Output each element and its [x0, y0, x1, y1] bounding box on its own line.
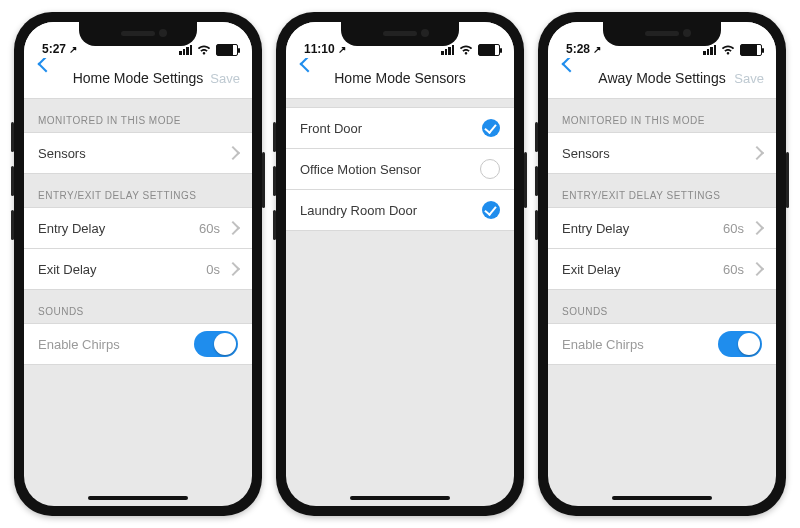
wifi-icon — [197, 45, 211, 55]
chevron-right-icon — [226, 146, 240, 160]
sensor-row-office-motion[interactable]: Office Motion Sensor — [286, 148, 514, 189]
unchecked-icon — [480, 159, 500, 179]
phone-away-mode-settings: 5:28 ↗ Away Mode Settings Save MONITORED… — [538, 12, 786, 516]
screen: 5:27 ↗ Home Mode Settings Save MONITORED… — [24, 22, 252, 506]
nav-title: Home Mode Settings — [73, 70, 204, 86]
wifi-icon — [459, 45, 473, 55]
chevron-right-icon — [750, 262, 764, 276]
chevron-right-icon — [750, 221, 764, 235]
exit-delay-value: 0s — [206, 262, 220, 277]
save-button[interactable]: Save — [734, 58, 764, 98]
section-monitored-label: MONITORED IN THIS MODE — [24, 99, 252, 132]
wifi-icon — [721, 45, 735, 55]
entry-delay-value: 60s — [723, 221, 744, 236]
status-time: 5:28 — [566, 42, 590, 56]
sensor-label: Laundry Room Door — [300, 203, 417, 218]
exit-delay-row[interactable]: Exit Delay 60s — [548, 248, 776, 289]
notch — [341, 22, 459, 46]
chevron-left-icon — [300, 56, 317, 73]
battery-icon — [740, 44, 762, 56]
checkmark-icon — [482, 119, 500, 137]
exit-delay-label: Exit Delay — [38, 262, 97, 277]
chevron-left-icon — [38, 56, 55, 73]
sensors-label: Sensors — [562, 146, 610, 161]
home-indicator[interactable] — [612, 496, 712, 500]
location-icon: ↗ — [593, 44, 601, 55]
exit-delay-row[interactable]: Exit Delay 0s — [24, 248, 252, 289]
nav-title: Home Mode Sensors — [334, 70, 466, 86]
cellular-icon — [441, 45, 454, 55]
section-delay-label: ENTRY/EXIT DELAY SETTINGS — [24, 174, 252, 207]
battery-icon — [478, 44, 500, 56]
section-sounds-label: SOUNDS — [548, 290, 776, 323]
enable-chirps-row: Enable Chirps — [24, 324, 252, 364]
home-indicator[interactable] — [88, 496, 188, 500]
sensors-label: Sensors — [38, 146, 86, 161]
nav-bar: Home Mode Settings Save — [24, 58, 252, 99]
exit-delay-value: 60s — [723, 262, 744, 277]
entry-delay-label: Entry Delay — [562, 221, 629, 236]
chevron-right-icon — [750, 146, 764, 160]
enable-chirps-label: Enable Chirps — [38, 337, 120, 352]
nav-bar: Away Mode Settings Save — [548, 58, 776, 99]
sensor-row-laundry-door[interactable]: Laundry Room Door — [286, 189, 514, 230]
phone-home-mode-sensors: 11:10 ↗ Home Mode Sensors Front Door — [276, 12, 524, 516]
chevron-left-icon — [562, 56, 579, 73]
enable-chirps-label: Enable Chirps — [562, 337, 644, 352]
notch — [603, 22, 721, 46]
battery-icon — [216, 44, 238, 56]
entry-delay-value: 60s — [199, 221, 220, 236]
sensor-label: Office Motion Sensor — [300, 162, 421, 177]
screen: 5:28 ↗ Away Mode Settings Save MONITORED… — [548, 22, 776, 506]
save-button[interactable]: Save — [210, 58, 240, 98]
cellular-icon — [179, 45, 192, 55]
checkmark-icon — [482, 201, 500, 219]
enable-chirps-toggle[interactable] — [194, 331, 238, 357]
exit-delay-label: Exit Delay — [562, 262, 621, 277]
nav-title: Away Mode Settings — [598, 70, 725, 86]
sensors-row[interactable]: Sensors — [548, 133, 776, 173]
cellular-icon — [703, 45, 716, 55]
chevron-right-icon — [226, 262, 240, 276]
status-time: 11:10 — [304, 42, 335, 56]
notch — [79, 22, 197, 46]
phone-home-mode-settings: 5:27 ↗ Home Mode Settings Save MONITORED… — [14, 12, 262, 516]
sensor-row-front-door[interactable]: Front Door — [286, 108, 514, 148]
entry-delay-label: Entry Delay — [38, 221, 105, 236]
chevron-right-icon — [226, 221, 240, 235]
enable-chirps-toggle[interactable] — [718, 331, 762, 357]
enable-chirps-row: Enable Chirps — [548, 324, 776, 364]
section-delay-label: ENTRY/EXIT DELAY SETTINGS — [548, 174, 776, 207]
sensors-row[interactable]: Sensors — [24, 133, 252, 173]
status-time: 5:27 — [42, 42, 66, 56]
entry-delay-row[interactable]: Entry Delay 60s — [548, 208, 776, 248]
section-sounds-label: SOUNDS — [24, 290, 252, 323]
section-monitored-label: MONITORED IN THIS MODE — [548, 99, 776, 132]
location-icon: ↗ — [69, 44, 77, 55]
home-indicator[interactable] — [350, 496, 450, 500]
screen: 11:10 ↗ Home Mode Sensors Front Door — [286, 22, 514, 506]
entry-delay-row[interactable]: Entry Delay 60s — [24, 208, 252, 248]
sensor-label: Front Door — [300, 121, 362, 136]
location-icon: ↗ — [338, 44, 346, 55]
nav-bar: Home Mode Sensors — [286, 58, 514, 99]
